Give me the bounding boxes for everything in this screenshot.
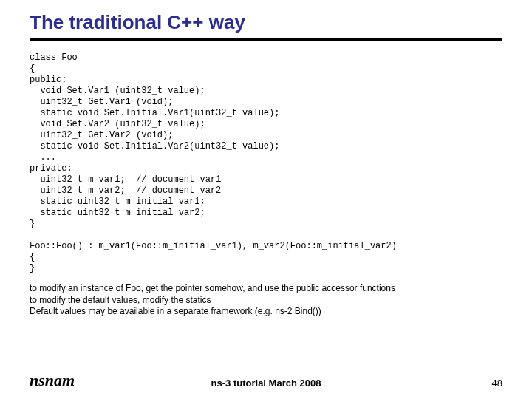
note-block: to modify an instance of Foo, get the po… bbox=[30, 283, 502, 318]
footer: ns-3 tutorial March 2008 bbox=[0, 378, 532, 389]
note-line: Default values may be available in a sep… bbox=[30, 306, 502, 318]
note-line: to modify an instance of Foo, get the po… bbox=[30, 283, 502, 295]
note-line: to modify the default values, modify the… bbox=[30, 295, 502, 307]
slide-title: The traditional C++ way bbox=[30, 11, 502, 34]
slide: The traditional C++ way class Foo { publ… bbox=[0, 0, 532, 399]
footer-center: ns-3 tutorial March 2008 bbox=[0, 378, 532, 389]
page-number: 48 bbox=[492, 378, 502, 389]
title-rule bbox=[30, 38, 502, 41]
code-block: class Foo { public: void Set.Var1 (uint3… bbox=[30, 52, 502, 274]
